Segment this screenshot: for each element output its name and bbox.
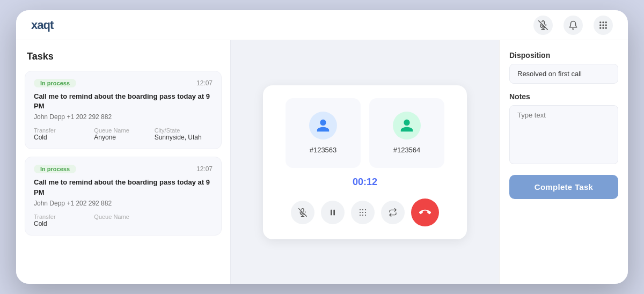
svg-rect-8 xyxy=(605,24,607,26)
caller-box-2: #123564 xyxy=(369,98,444,168)
caller-avatar-1 xyxy=(309,112,337,139)
sidebar: Tasks In process 12:07 Call me to remind… xyxy=(16,40,231,284)
mute-button[interactable] xyxy=(291,201,314,224)
main-content: Tasks In process 12:07 Call me to remind… xyxy=(16,40,628,284)
caller-id-2: #123564 xyxy=(393,146,421,154)
notes-label: Notes xyxy=(509,92,618,101)
meta-value-transfer: Cold xyxy=(34,134,92,141)
call-controls xyxy=(278,199,452,226)
center-panel: #123563 #123564 00:12 xyxy=(231,40,499,284)
call-timer: 00:12 xyxy=(278,177,452,188)
svg-rect-5 xyxy=(605,21,607,23)
keypad-button[interactable] xyxy=(351,201,375,224)
end-call-button[interactable] xyxy=(411,199,439,226)
task-meta-2: Transfer Cold Queue Name xyxy=(34,214,213,227)
meta-value-city: Sunnyside, Utah xyxy=(155,134,213,141)
notes-section: Notes xyxy=(509,92,618,166)
callers-row: #123563 #123564 xyxy=(278,98,452,168)
task-title: Call me to remind about the boarding pas… xyxy=(34,92,213,111)
caller-id-1: #123563 xyxy=(310,146,337,154)
task-title-2: Call me to remind about the boarding pas… xyxy=(34,178,213,197)
disposition-label: Disposition xyxy=(509,51,618,60)
transfer-button[interactable] xyxy=(381,201,405,224)
task-contact: John Depp +1 202 292 882 xyxy=(34,113,213,121)
call-card: #123563 #123564 00:12 xyxy=(263,85,467,239)
disposition-value: Resolved on first call xyxy=(509,64,618,84)
task-contact-2: John Depp +1 202 292 882 xyxy=(34,200,213,207)
task-card[interactable]: In process 12:07 Call me to remind about… xyxy=(25,71,222,149)
status-badge: In process xyxy=(34,79,76,87)
pause-button[interactable] xyxy=(321,201,345,224)
top-icons xyxy=(533,16,613,35)
svg-rect-24 xyxy=(362,215,363,216)
caller-box-1: #123563 xyxy=(286,98,361,168)
meta-label-transfer: Transfer xyxy=(34,127,92,134)
svg-rect-4 xyxy=(603,21,604,23)
logo: xaqt xyxy=(31,18,53,32)
task-time: 12:07 xyxy=(196,79,213,87)
svg-rect-11 xyxy=(605,27,607,28)
top-bar: xaqt xyxy=(16,10,628,40)
meta-label-transfer-2: Transfer xyxy=(34,214,92,220)
svg-rect-10 xyxy=(603,27,604,28)
meta-value-transfer-2: Cold xyxy=(34,220,92,227)
notes-input[interactable] xyxy=(509,105,618,164)
status-badge-2: In process xyxy=(34,165,76,173)
meta-label-queue-2: Queue Name xyxy=(94,214,152,220)
grid-icon[interactable] xyxy=(594,16,613,35)
svg-rect-7 xyxy=(603,24,604,26)
caller-avatar-2 xyxy=(393,112,421,139)
svg-rect-9 xyxy=(599,27,601,28)
svg-rect-3 xyxy=(599,21,601,23)
bell-icon[interactable] xyxy=(564,16,583,35)
svg-rect-19 xyxy=(365,209,366,210)
svg-rect-16 xyxy=(333,209,335,215)
app-frame: xaqt xyxy=(16,10,628,284)
svg-rect-23 xyxy=(360,215,361,216)
svg-rect-15 xyxy=(331,209,332,215)
svg-rect-17 xyxy=(360,209,361,210)
meta-label-queue: Queue Name xyxy=(94,127,152,134)
task-time-2: 12:07 xyxy=(196,165,213,173)
mic-mute-icon[interactable] xyxy=(533,16,553,35)
task-card-header: In process 12:07 xyxy=(34,79,213,87)
task-card-header-2: In process 12:07 xyxy=(34,165,213,173)
task-card-2[interactable]: In process 12:07 Call me to remind about… xyxy=(25,157,222,235)
svg-rect-6 xyxy=(599,24,601,26)
svg-rect-20 xyxy=(360,212,361,213)
svg-rect-18 xyxy=(362,209,363,210)
svg-rect-25 xyxy=(365,215,366,216)
right-panel: Disposition Resolved on first call Notes… xyxy=(499,40,628,284)
task-meta: Transfer Cold Queue Name Anyone City/Sta… xyxy=(34,127,213,141)
meta-label-city: City/State xyxy=(155,127,213,134)
sidebar-title: Tasks xyxy=(25,51,222,62)
disposition-section: Disposition Resolved on first call xyxy=(509,51,618,84)
meta-value-queue: Anyone xyxy=(94,134,152,141)
svg-rect-21 xyxy=(362,212,363,213)
svg-rect-22 xyxy=(365,212,366,213)
complete-task-button[interactable]: Complete Task xyxy=(509,175,618,199)
